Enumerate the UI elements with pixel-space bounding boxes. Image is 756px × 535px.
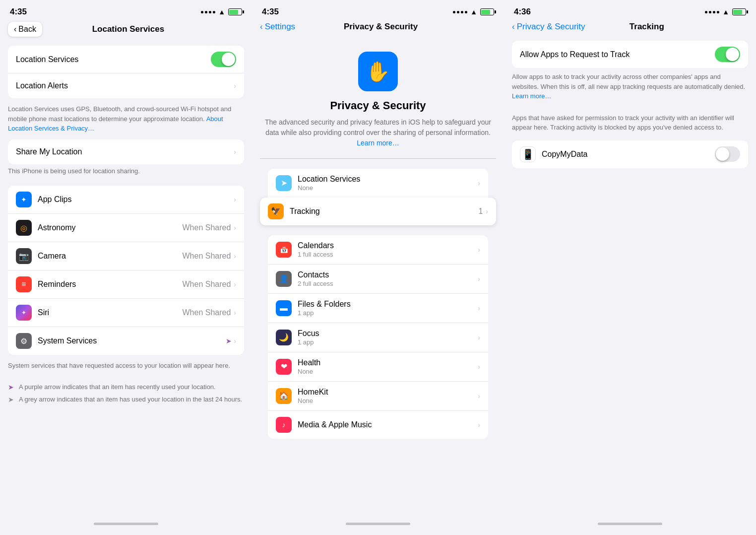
purple-arrow-legend: ➤ bbox=[8, 383, 14, 393]
calendars-icon: 📅 bbox=[276, 242, 292, 258]
health-icon: ❤ bbox=[276, 359, 292, 375]
legend-gray-text: A grey arrow indicates that an item has … bbox=[19, 395, 242, 404]
list-item-share-location[interactable]: Share My Location › bbox=[8, 139, 244, 164]
focus-icon: 🌙 bbox=[276, 330, 292, 345]
astronomy-icon: ◎ bbox=[16, 220, 32, 236]
share-subtitle-text: This iPhone is being used for location s… bbox=[8, 167, 140, 175]
signal-icon-3 bbox=[705, 11, 719, 13]
status-time-3: 4:36 bbox=[514, 7, 531, 17]
chevron-siri: › bbox=[234, 309, 236, 317]
chevron-health: › bbox=[478, 363, 480, 371]
homekit-label: HomeKit bbox=[298, 388, 478, 397]
chevron-icon: › bbox=[234, 82, 236, 90]
focus-label: Focus bbox=[298, 329, 478, 338]
allow-apps-label: Allow Apps to Request to Track bbox=[520, 50, 715, 59]
gray-arrow-legend: ➤ bbox=[8, 395, 14, 405]
list-item-system-services[interactable]: ⚙ System Services ➤ › bbox=[8, 327, 244, 355]
share-location-card: Share My Location › bbox=[8, 139, 244, 164]
status-icons-1: ▲ bbox=[201, 8, 242, 16]
list-item-siri[interactable]: ✦ Siri When Shared › bbox=[8, 299, 244, 327]
battery-icon bbox=[228, 8, 242, 15]
chevron-tracking: › bbox=[486, 207, 488, 215]
legend-purple: ➤ A purple arrow indicates that an item … bbox=[8, 383, 244, 393]
tracking-desc2: Apps that have asked for permission to t… bbox=[504, 109, 756, 140]
privacy-more-card: 📅 Calendars 1 full access › 👤 Contacts 2… bbox=[268, 235, 488, 439]
status-icons-2: ▲ bbox=[453, 8, 494, 16]
allow-apps-card: Allow Apps to Request to Track bbox=[512, 41, 748, 68]
tracking-desc2-text: Apps that have asked for permission to t… bbox=[512, 114, 734, 132]
list-item-appclips[interactable]: ✦ App Clips › bbox=[8, 186, 244, 214]
list-item-copymydata[interactable]: 📱 CopyMyData bbox=[512, 140, 748, 168]
chevron-privacy-loc: › bbox=[478, 179, 480, 187]
hero-divider bbox=[260, 158, 496, 159]
list-item-contacts[interactable]: 👤 Contacts 2 full access › bbox=[268, 265, 488, 294]
tracking-page-title: Tracking bbox=[630, 22, 664, 31]
chevron-files: › bbox=[478, 304, 480, 312]
privacy-location-sub: None bbox=[298, 184, 478, 192]
allow-apps-toggle[interactable] bbox=[715, 47, 740, 62]
camera-label: Camera bbox=[38, 252, 182, 261]
app-list-card: ✦ App Clips › ◎ Astronomy When Shared › bbox=[8, 186, 244, 355]
status-bar-3: 4:36 ▲ bbox=[504, 0, 756, 20]
list-item-location-services[interactable]: Location Services bbox=[8, 46, 244, 73]
list-item-allow-apps[interactable]: Allow Apps to Request to Track bbox=[512, 41, 748, 68]
list-item-tracking[interactable]: 🦅 Tracking 1 › bbox=[260, 198, 496, 225]
location-info-text: Location Services uses GPS, Bluetooth, a… bbox=[8, 105, 231, 123]
chevron-appclips: › bbox=[234, 196, 236, 203]
list-item-media[interactable]: ♪ Media & Apple Music › bbox=[268, 411, 488, 439]
files-icon: ▬ bbox=[276, 300, 292, 316]
media-icon: ♪ bbox=[276, 417, 292, 433]
media-label: Media & Apple Music bbox=[298, 420, 478, 429]
wifi-icon-2: ▲ bbox=[470, 8, 477, 16]
purple-arrow-icon: ➤ bbox=[226, 337, 232, 345]
hero-title: Privacy & Security bbox=[330, 99, 426, 112]
chevron-focus: › bbox=[478, 334, 480, 341]
status-time-2: 4:35 bbox=[262, 7, 279, 17]
location-services-toggle[interactable] bbox=[211, 52, 236, 67]
copy-icon: 📱 bbox=[522, 148, 534, 160]
list-item-astronomy[interactable]: ◎ Astronomy When Shared › bbox=[8, 214, 244, 242]
list-item-reminders[interactable]: ≡ Reminders When Shared › bbox=[8, 270, 244, 299]
tracking-highlight-card: 🦅 Tracking 1 › bbox=[260, 198, 496, 225]
panel-location-services: 4:35 ▲ ‹ Back Location Services Location… bbox=[0, 0, 252, 535]
reminders-label: Reminders bbox=[38, 280, 182, 289]
contacts-sub: 2 full access bbox=[298, 280, 478, 287]
reminders-value: When Shared bbox=[182, 280, 231, 289]
list-item-calendars[interactable]: 📅 Calendars 1 full access › bbox=[268, 235, 488, 265]
chevron-system: › bbox=[234, 337, 236, 345]
location-icon: ➤ bbox=[276, 175, 292, 191]
chevron-reminders: › bbox=[234, 280, 236, 288]
location-services-card: Location Services Location Alerts › bbox=[8, 46, 244, 98]
list-item-focus[interactable]: 🌙 Focus 1 app › bbox=[268, 323, 488, 352]
list-item-homekit[interactable]: 🏠 HomeKit None › bbox=[268, 382, 488, 411]
hero-link[interactable]: Learn more… bbox=[357, 139, 399, 147]
contacts-label: Contacts bbox=[298, 270, 478, 279]
system-services-label: System Services bbox=[38, 336, 226, 345]
back-button-3[interactable]: ‹ Privacy & Security bbox=[512, 22, 585, 32]
battery-icon-2 bbox=[480, 8, 494, 15]
copymydata-toggle[interactable] bbox=[715, 146, 740, 162]
health-label: Health bbox=[298, 358, 478, 367]
camera-icon: 📷 bbox=[16, 248, 32, 264]
list-item-health[interactable]: ❤ Health None › bbox=[268, 352, 488, 382]
hand-icon: ✋ bbox=[366, 60, 390, 83]
copy-my-data-card: 📱 CopyMyData bbox=[512, 140, 748, 168]
reminders-icon: ≡ bbox=[16, 276, 32, 292]
page-title-1: Location Services bbox=[12, 24, 244, 34]
copymydata-icon: 📱 bbox=[520, 146, 536, 162]
legend-purple-text: A purple arrow indicates that an item ha… bbox=[19, 383, 216, 392]
homekit-sub: None bbox=[298, 397, 478, 404]
nav-bar-1: ‹ Back Location Services bbox=[0, 20, 252, 42]
camera-value: When Shared bbox=[182, 252, 231, 261]
list-item-privacy-location[interactable]: ➤ Location Services None › bbox=[268, 169, 488, 198]
legend-block: ➤ A purple arrow indicates that an item … bbox=[0, 377, 252, 414]
list-item-camera[interactable]: 📷 Camera When Shared › bbox=[8, 242, 244, 270]
chevron-calendars: › bbox=[478, 246, 480, 254]
list-item-location-alerts[interactable]: Location Alerts › bbox=[8, 73, 244, 98]
learn-more-link[interactable]: Learn more… bbox=[512, 92, 551, 100]
calendars-sub: 1 full access bbox=[298, 251, 478, 258]
list-item-files[interactable]: ▬ Files & Folders 1 app › bbox=[268, 294, 488, 323]
siri-label: Siri bbox=[38, 308, 182, 317]
tracking-desc1-text: Allow apps to ask to track your activity… bbox=[512, 73, 745, 90]
siri-value: When Shared bbox=[182, 308, 231, 317]
